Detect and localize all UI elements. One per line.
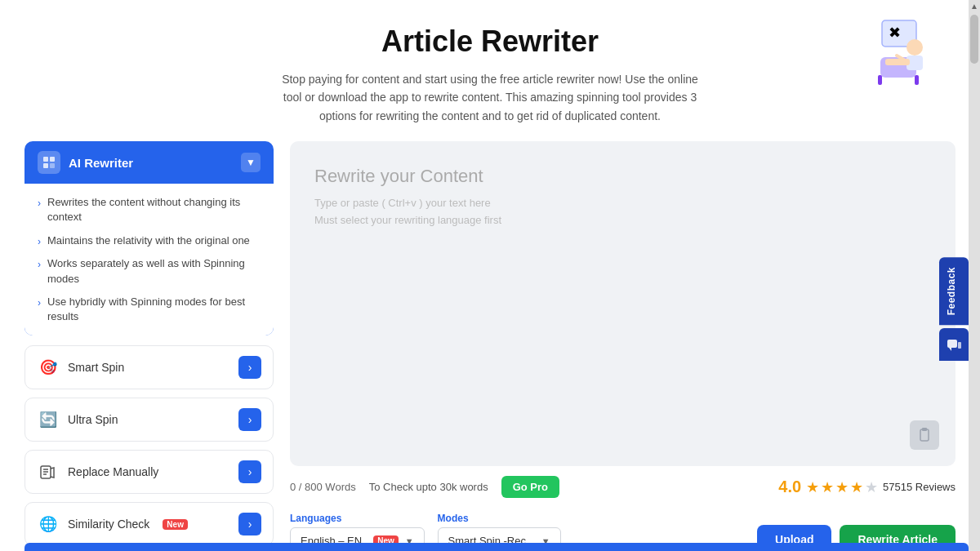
ai-rewriter-header[interactable]: AI Rewriter ▼	[24, 141, 274, 184]
similarity-check-arrow[interactable]: ›	[238, 513, 261, 535]
smart-spin-icon: 🎯	[37, 356, 60, 379]
bullet-icon: ›	[38, 197, 41, 211]
editor-placeholder-subtext: Must select your rewriting language firs…	[314, 214, 931, 226]
feedback-tab[interactable]: Feedback	[939, 257, 969, 325]
feature-item: › Rewrites the content without changing …	[38, 195, 261, 224]
ai-rewriter-card: AI Rewriter ▼ › Rewrites the content wit…	[24, 141, 274, 335]
feature-item: › Works separately as well as with Spinn…	[38, 256, 261, 286]
svg-rect-9	[43, 157, 48, 162]
feature-text: Use hybridly with Spinning modes for bes…	[47, 295, 261, 324]
svg-rect-21	[958, 342, 961, 349]
sidebar-item-replace-manually[interactable]: Replace Manually ›	[24, 450, 274, 494]
bullet-icon: ›	[38, 296, 41, 310]
scroll-up-arrow[interactable]: ▲	[970, 0, 978, 13]
feature-item: › Use hybridly with Spinning modes for b…	[38, 295, 261, 324]
star-3: ★	[835, 478, 849, 496]
replace-manually-icon	[37, 460, 60, 483]
feature-item: › Maintains the relativity with the orig…	[38, 233, 261, 249]
modes-label: Modes	[438, 513, 561, 524]
star-1: ★	[806, 478, 819, 496]
svg-rect-18	[922, 428, 927, 431]
smart-spin-arrow[interactable]: ›	[238, 356, 261, 379]
stars: ★ ★ ★ ★ ★	[806, 478, 878, 496]
feature-text: Rewrites the content without changing it…	[47, 195, 261, 224]
rating-area: 4.0 ★ ★ ★ ★ ★ 57515 Reviews	[778, 478, 956, 496]
header-illustration: ✖	[866, 16, 931, 90]
reviews-count: 57515 Reviews	[883, 481, 956, 493]
similarity-check-icon: 🌐	[37, 513, 60, 535]
scrollbar[interactable]: ▲	[969, 0, 980, 551]
main-content: AI Rewriter ▼ › Rewrites the content wit…	[0, 141, 980, 551]
content-area: Rewrite your Content Type or paste ( Ctr…	[290, 141, 956, 551]
paste-icon[interactable]	[910, 420, 939, 450]
star-4: ★	[850, 478, 863, 496]
editor-placeholder-text: Type or paste ( Ctrl+v ) your text here	[314, 197, 931, 209]
similarity-check-label: Similarity Check	[68, 518, 149, 531]
svg-rect-19	[947, 340, 957, 348]
scrollbar-thumb[interactable]	[970, 15, 978, 64]
star-2: ★	[821, 478, 834, 496]
page-header: Article Rewriter Stop paying for content…	[0, 0, 980, 141]
feedback-sidebar: Feedback	[939, 257, 969, 361]
page-description: Stop paying for content and start using …	[278, 70, 702, 125]
svg-rect-11	[43, 163, 48, 168]
editor-placeholder-title: Rewrite your Content	[314, 166, 931, 187]
svg-text:✖: ✖	[889, 24, 901, 41]
pro-text: To Check upto 30k words	[369, 481, 488, 493]
ai-rewriter-header-left: AI Rewriter	[38, 151, 133, 174]
smart-spin-label: Smart Spin	[68, 361, 124, 374]
svg-rect-17	[920, 429, 929, 441]
sidebar-item-ultra-spin[interactable]: 🔄 Ultra Spin ›	[24, 398, 274, 442]
new-badge: New	[163, 519, 188, 530]
sidebar: AI Rewriter ▼ › Rewrites the content wit…	[24, 141, 274, 551]
svg-rect-10	[50, 157, 55, 162]
feature-text: Works separately as well as with Spinnin…	[47, 256, 261, 286]
page-title: Article Rewriter	[163, 24, 817, 59]
feedback-icon[interactable]	[939, 328, 969, 361]
word-count-label: 0 / 800 Words	[290, 481, 356, 493]
go-pro-button[interactable]: Go Pro	[501, 476, 559, 498]
languages-label: Languages	[290, 513, 425, 524]
svg-marker-20	[949, 348, 951, 351]
star-5: ★	[865, 478, 878, 496]
svg-rect-4	[915, 75, 919, 85]
editor-box[interactable]: Rewrite your Content Type or paste ( Ctr…	[290, 141, 956, 466]
chevron-down-icon[interactable]: ▼	[241, 153, 261, 172]
svg-rect-3	[878, 75, 882, 85]
bullet-icon: ›	[38, 235, 41, 249]
ai-rewriter-label: AI Rewriter	[69, 156, 133, 170]
feature-text: Maintains the relativity with the origin…	[47, 233, 250, 248]
replace-manually-label: Replace Manually	[68, 465, 158, 478]
bottom-bar	[24, 543, 969, 551]
ai-rewriter-icon	[38, 151, 60, 174]
bullet-icon: ›	[38, 258, 41, 272]
svg-point-5	[906, 39, 923, 56]
features-list: › Rewrites the content without changing …	[38, 195, 261, 324]
sidebar-item-smart-spin[interactable]: 🎯 Smart Spin ›	[24, 345, 274, 389]
rating-score: 4.0	[778, 478, 801, 496]
ultra-spin-icon: 🔄	[37, 408, 60, 431]
svg-rect-12	[50, 163, 55, 168]
ultra-spin-label: Ultra Spin	[68, 413, 118, 426]
sidebar-item-similarity-check[interactable]: 🌐 Similarity Check New ›	[24, 502, 274, 546]
replace-manually-arrow[interactable]: ›	[238, 460, 261, 483]
ai-rewriter-body: › Rewrites the content without changing …	[24, 184, 274, 335]
word-count-bar: 0 / 800 Words To Check upto 30k words Go…	[290, 466, 956, 506]
ultra-spin-arrow[interactable]: ›	[238, 408, 261, 431]
